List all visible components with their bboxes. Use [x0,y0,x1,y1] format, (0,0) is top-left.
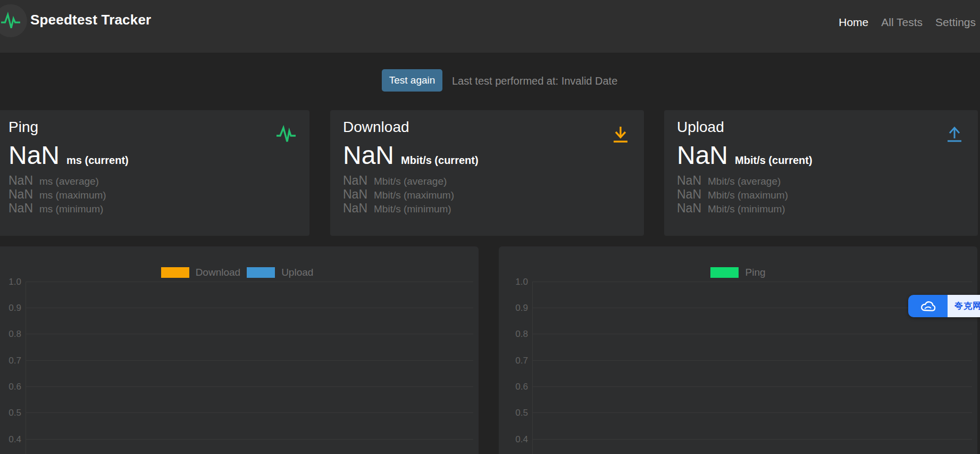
download-current-value: NaN [343,141,394,170]
y-tick: 0.9 [507,303,528,312]
stat-value: NaN [9,202,33,215]
upload-legend-swatch[interactable] [247,267,275,278]
y-tick: 0.5 [0,408,21,417]
activity-pulse-icon [1,12,21,30]
brand-logo [0,4,27,37]
stat-label: ms (minimum) [39,202,103,216]
ping-current-value: NaN [9,141,60,170]
y-tick: 0.6 [0,382,21,391]
y-tick: 0.4 [507,435,528,444]
gridline [26,334,473,334]
stat-row: NaN ms (minimum) [9,202,106,216]
y-tick: 0.9 [0,303,21,312]
stat-row: NaN Mbit/s (maximum) [677,188,788,202]
gridline [532,308,972,308]
quark-netdisk-overlay[interactable]: 夸克网盘 [908,295,980,317]
chart-legend: Ping [499,267,977,278]
test-again-button[interactable]: Test again [382,69,442,92]
y-tick: 0.8 [0,329,21,339]
y-tick: 0.7 [0,356,21,365]
download-stats: NaN Mbit/s (average) NaN Mbit/s (maximum… [343,174,454,216]
ping-chart-panel: Ping 1.0 0.9 0.8 0.7 0.6 0.5 0.4 [499,246,977,454]
gridline [532,412,972,413]
download-upload-chart-panel: Download Upload 1.0 0.9 0.8 0.7 0.6 0.5 … [0,246,479,454]
nav-link-home[interactable]: Home [839,16,868,29]
stat-row: NaN Mbit/s (minimum) [677,202,788,216]
upload-legend-label[interactable]: Upload [281,267,313,278]
cloud-icon [919,298,936,314]
ping-current-row: NaN ms (current) [9,141,129,170]
y-tick: 0.8 [507,329,528,339]
upload-card-title: Upload [677,119,724,136]
stat-value: NaN [343,202,367,215]
stat-label: Mbit/s (average) [374,175,447,188]
stat-row: NaN Mbit/s (minimum) [343,202,454,216]
upload-current-row: NaN Mbit/s (current) [677,141,813,170]
activity-pulse-icon [275,124,297,145]
upload-card: Upload NaN Mbit/s (current) NaN Mbit/s (… [664,110,978,236]
y-tick: 0.4 [0,435,21,444]
download-current-row: NaN Mbit/s (current) [343,141,479,170]
navbar: Speedtest Tracker Home All Tests Setting… [0,0,980,53]
gridline [26,308,473,308]
stat-label: ms (maximum) [39,188,106,202]
stat-label: Mbit/s (maximum) [374,188,454,202]
nav-link-all-tests[interactable]: All Tests [881,16,923,29]
stat-value: NaN [9,188,33,201]
y-tick: 0.7 [507,356,528,365]
stat-value: NaN [677,188,701,201]
stat-row: NaN Mbit/s (average) [343,174,454,188]
ping-legend-label[interactable]: Ping [745,267,765,278]
gridline [532,439,972,440]
download-legend-label[interactable]: Download [196,267,241,278]
stat-label: Mbit/s (minimum) [374,202,451,216]
last-test-status: Last test performed at: Invalid Date [452,75,617,87]
download-legend-swatch[interactable] [161,267,189,278]
ping-current-unit: ms (current) [66,154,129,167]
gridline [26,386,473,387]
upload-current-unit: Mbit/s (current) [735,154,813,167]
stat-value: NaN [343,188,367,201]
stat-row: NaN Mbit/s (maximum) [343,188,454,202]
download-arrow-icon [610,124,631,145]
quark-label-area[interactable]: 夸克网盘 [948,295,980,317]
y-tick: 0.6 [507,382,528,391]
stat-row: NaN Mbit/s (average) [677,174,788,188]
ping-card: Ping NaN ms (current) NaN ms (average) N… [0,110,309,236]
y-tick: 1.0 [0,277,21,286]
gridline [532,282,972,282]
stat-value: NaN [343,174,367,187]
upload-stats: NaN Mbit/s (average) NaN Mbit/s (maximum… [677,174,788,216]
ping-card-title: Ping [9,119,38,136]
gridline [532,334,972,334]
stat-value: NaN [677,202,701,215]
y-tick: 1.0 [507,277,528,286]
stat-label: Mbit/s (average) [708,175,781,188]
gridline [26,412,473,413]
stat-row: NaN ms (average) [9,174,106,188]
stat-value: NaN [9,174,33,187]
stat-label: ms (average) [39,175,99,188]
stat-label: Mbit/s (maximum) [708,188,788,202]
nav-links: Home All Tests Settings [839,16,976,29]
ping-legend-swatch[interactable] [710,267,739,278]
upload-current-value: NaN [677,141,728,170]
gridline [532,360,972,361]
chart-legend: Download Upload [0,267,479,278]
download-card: Download NaN Mbit/s (current) NaN Mbit/s… [330,110,644,236]
quark-cloud-button[interactable] [908,295,948,317]
y-tick: 0.5 [507,408,528,417]
download-current-unit: Mbit/s (current) [401,154,479,167]
ping-stats: NaN ms (average) NaN ms (maximum) NaN ms… [9,174,106,216]
stat-value: NaN [677,174,701,187]
nav-link-settings[interactable]: Settings [935,16,976,29]
app-title: Speedtest Tracker [30,12,151,28]
gridline [26,282,473,282]
quark-label: 夸克网盘 [954,301,980,312]
gridline [26,360,473,361]
gridline [26,439,473,440]
stat-label: Mbit/s (minimum) [708,202,785,216]
stat-row: NaN ms (maximum) [9,188,106,202]
download-card-title: Download [343,119,409,136]
gridline [532,386,972,387]
